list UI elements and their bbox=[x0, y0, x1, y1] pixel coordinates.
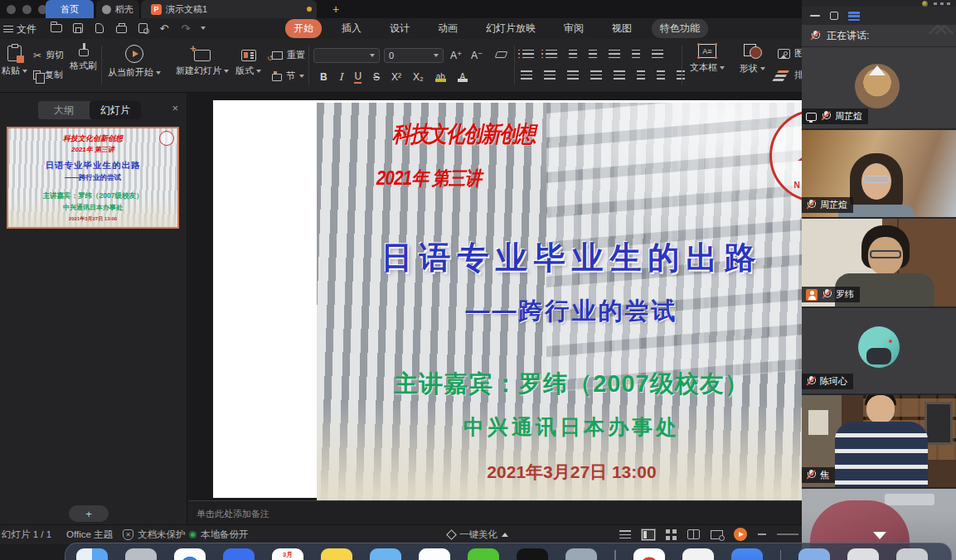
macos-traffic-lights[interactable] bbox=[7, 5, 47, 14]
decrease-font-icon[interactable]: A⁻ bbox=[471, 50, 483, 61]
section-button[interactable]: 节 bbox=[272, 70, 304, 82]
slide-org[interactable]: 中兴通讯日本办事处 bbox=[317, 413, 802, 441]
participant-tile[interactable]: 罗纬 bbox=[802, 219, 956, 307]
file-menu[interactable]: 文件 bbox=[17, 22, 36, 36]
protection-status[interactable]: ✕文档未保护 bbox=[123, 529, 186, 541]
zoom-out-icon[interactable] bbox=[758, 533, 766, 535]
tab-document[interactable]: P演示文稿1 bbox=[141, 0, 317, 18]
paste-button[interactable]: 粘贴 bbox=[2, 46, 27, 77]
notes-toggle-icon[interactable] bbox=[619, 530, 631, 538]
tab-start[interactable]: 开始 bbox=[285, 19, 322, 38]
tab-docer[interactable]: 稻壳 bbox=[96, 0, 139, 18]
dock-icon-trash[interactable] bbox=[896, 548, 928, 560]
highlight-button[interactable]: ab bbox=[435, 72, 446, 82]
open-icon[interactable] bbox=[50, 22, 63, 35]
clear-format-icon[interactable] bbox=[495, 51, 508, 58]
slide-page[interactable]: 科技文化创新创想 2021年 第三讲 1952 NUAA 日语专业毕业生的出路 … bbox=[213, 100, 802, 498]
dock-icon-calendar[interactable]: 3月 bbox=[272, 548, 303, 560]
notes-area[interactable]: 单击此处添加备注 bbox=[188, 500, 802, 524]
dock-icon-notes[interactable] bbox=[321, 548, 352, 560]
cut-button[interactable]: 剪切 bbox=[33, 49, 64, 61]
beautify-button[interactable]: 一键美化 bbox=[448, 529, 508, 541]
tab-view[interactable]: 视图 bbox=[604, 19, 640, 38]
slide-thumbnail-1[interactable]: 科技文化创新创想 2021年 第三讲 日语专业毕业生的出路 ——跨行业的尝试 主… bbox=[7, 127, 179, 229]
shapes-button[interactable]: 形状 bbox=[740, 44, 765, 75]
tab-slides[interactable]: 幻灯片 bbox=[90, 101, 141, 119]
align-justify-icon[interactable] bbox=[590, 70, 602, 80]
dock-icon-app-white[interactable] bbox=[682, 548, 714, 560]
slide-subtitle[interactable]: ——跨行业的尝试 bbox=[317, 295, 802, 328]
superscript-icon[interactable]: X² bbox=[391, 71, 401, 83]
tab-home[interactable]: 首页 bbox=[46, 0, 94, 18]
slide-topline1[interactable]: 科技文化创新创想 bbox=[346, 119, 581, 149]
dock-icon-photos[interactable] bbox=[419, 548, 450, 560]
minimize-window-icon[interactable] bbox=[22, 5, 32, 14]
backup-status[interactable]: 本地备份开 bbox=[189, 529, 249, 541]
text-direction-icon[interactable] bbox=[609, 50, 620, 59]
tab-review[interactable]: 审阅 bbox=[556, 19, 592, 38]
mini-control-icon[interactable] bbox=[934, 2, 937, 5]
participant-tile[interactable]: 周芷煊 bbox=[802, 130, 956, 217]
font-color-button[interactable]: A bbox=[458, 72, 468, 82]
new-slide-button[interactable]: 新建幻灯片 bbox=[176, 45, 229, 77]
participant-tile[interactable]: 周芷煊 bbox=[802, 47, 956, 128]
dock-icon-music[interactable] bbox=[633, 548, 665, 560]
sorter-view-icon[interactable] bbox=[666, 529, 677, 540]
slide-speaker[interactable]: 主讲嘉宾：罗纬（2007级校友） bbox=[317, 368, 802, 401]
tab-animation[interactable]: 动画 bbox=[429, 19, 466, 38]
char-border-icon[interactable] bbox=[652, 50, 663, 59]
format-painter-button[interactable]: 格式刷 bbox=[70, 42, 97, 72]
present-settings-icon[interactable] bbox=[711, 530, 723, 539]
line-spacing-down-icon[interactable] bbox=[657, 70, 665, 80]
toolbar-dropdown-icon[interactable] bbox=[201, 27, 206, 30]
dock-icon-app-store[interactable] bbox=[174, 548, 206, 560]
dock-icon-camera[interactable] bbox=[565, 548, 597, 560]
print-icon[interactable] bbox=[114, 22, 128, 35]
dock-icon-messages[interactable] bbox=[370, 548, 401, 560]
tab-special-features[interactable]: 特色功能 bbox=[652, 19, 708, 38]
output-icon[interactable] bbox=[93, 22, 106, 35]
numbered-list-icon[interactable] bbox=[546, 50, 557, 59]
slide-topline2[interactable]: 2021年 第三讲 bbox=[343, 166, 515, 191]
close-window-icon[interactable] bbox=[7, 5, 16, 14]
play-from-current-button[interactable]: 从当前开始 bbox=[108, 45, 161, 79]
tab-insert[interactable]: 插入 bbox=[333, 19, 370, 38]
increase-indent-icon[interactable] bbox=[589, 50, 597, 59]
close-panel-icon[interactable]: × bbox=[172, 102, 178, 114]
meeting-layout-icon[interactable] bbox=[848, 12, 860, 21]
redo-icon[interactable] bbox=[179, 22, 192, 35]
line-spacing-icon[interactable] bbox=[677, 70, 685, 80]
font-family-select[interactable] bbox=[313, 48, 380, 63]
slideshow-play-icon[interactable] bbox=[734, 528, 747, 541]
distribute-icon[interactable] bbox=[614, 70, 625, 80]
copy-button[interactable]: 复制 bbox=[33, 69, 63, 81]
dock-icon-qq[interactable] bbox=[517, 548, 548, 560]
mic-muted-icon[interactable] bbox=[810, 31, 820, 41]
tab-outline[interactable]: 大纲 bbox=[38, 101, 90, 119]
account-avatar[interactable] bbox=[922, 1, 928, 7]
tab-slideshow[interactable]: 幻灯片放映 bbox=[478, 19, 544, 38]
slide-editor[interactable]: 科技文化创新创想 2021年 第三讲 1952 NUAA 日语专业毕业生的出路 … bbox=[188, 93, 802, 500]
text-spacing-icon[interactable] bbox=[632, 50, 640, 59]
dock-icon-screenshot[interactable] bbox=[847, 548, 879, 560]
decrease-indent-icon[interactable] bbox=[569, 50, 577, 59]
dock-icon-finder[interactable] bbox=[76, 548, 108, 560]
zoom-slider[interactable] bbox=[777, 533, 798, 535]
bold-icon[interactable]: B bbox=[320, 71, 328, 83]
undo-icon[interactable] bbox=[158, 22, 171, 35]
print-preview-icon[interactable] bbox=[136, 22, 149, 35]
read-view-icon[interactable] bbox=[687, 529, 700, 539]
font-size-select[interactable]: 0 bbox=[384, 48, 444, 63]
slide-datetime[interactable]: 2021年3月27日 13:00 bbox=[317, 461, 802, 484]
underline-icon[interactable]: U bbox=[354, 70, 362, 84]
participant-tile[interactable]: 陈珂心 bbox=[802, 308, 956, 393]
dock-icon-launchpad[interactable] bbox=[125, 548, 157, 560]
align-center-icon[interactable] bbox=[544, 70, 556, 80]
add-slide-button[interactable]: + bbox=[69, 505, 109, 522]
meeting-minimize-icon[interactable] bbox=[810, 15, 820, 17]
layout-button[interactable]: 版式 bbox=[235, 45, 261, 77]
dock-icon-app-blue[interactable] bbox=[731, 548, 763, 560]
participant-tile[interactable]: 焦 bbox=[802, 395, 956, 487]
scroll-down-icon[interactable] bbox=[873, 532, 886, 539]
hamburger-menu-icon[interactable] bbox=[3, 26, 13, 32]
